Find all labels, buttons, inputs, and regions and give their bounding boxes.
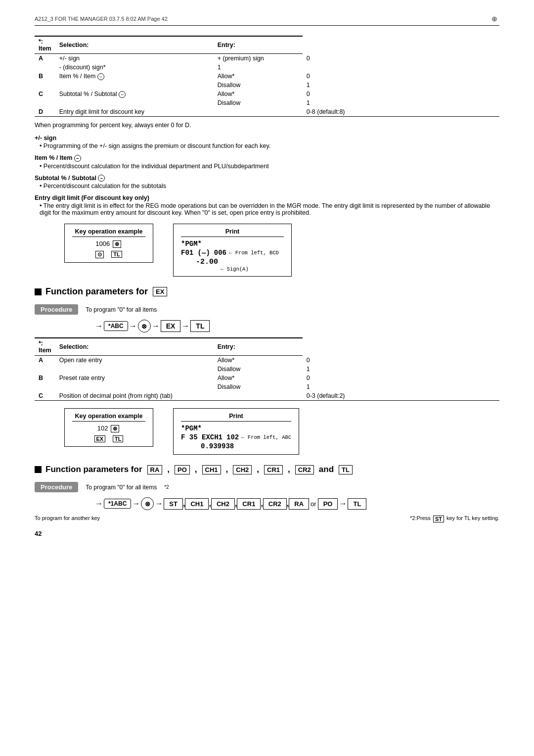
flow-arrow-1c: → bbox=[181, 322, 189, 331]
flow-tl-1: TL bbox=[190, 320, 210, 332]
flow-ra: RA bbox=[289, 498, 309, 510]
procedure-2: Procedure To program "0" for all items *… bbox=[35, 482, 499, 492]
crosshair-icon bbox=[491, 15, 499, 23]
key-op-line2-2: EX TL bbox=[72, 434, 145, 442]
key-op-line1: 1006 ⊗ bbox=[72, 240, 145, 248]
key-odot: ⊙ bbox=[95, 251, 104, 258]
neg-line-1: -2.00 bbox=[196, 258, 218, 266]
table-row: A Open rate entry Allow* 0 bbox=[35, 356, 499, 365]
flow-arrow-start-1: → bbox=[95, 322, 103, 331]
key-op-content-2: 102 ⊗ EX TL bbox=[72, 425, 145, 442]
key-otimes-1: ⊗ bbox=[113, 240, 121, 248]
flow-po: PO bbox=[318, 498, 338, 510]
flow-otimes-1: ⊗ bbox=[138, 320, 151, 332]
func-ex-heading: Function parameters for EX bbox=[35, 286, 499, 297]
flow-ex: EX bbox=[161, 320, 181, 332]
pgm-line-1: *PGM* bbox=[181, 240, 284, 248]
note-star2: *2:Press ST key for TL key setting. bbox=[410, 515, 499, 522]
item-c-entry1: 0 bbox=[303, 90, 499, 98]
header-text: A212_3 FOR THE MANAGER 03.7.5 8:02 AM Pa… bbox=[35, 16, 168, 22]
item-c: C bbox=[35, 90, 55, 107]
bottom-notes: To program for another key *2:Press ST k… bbox=[35, 515, 499, 522]
section-item-pct: Item % / Item − • Percent/discount calcu… bbox=[35, 154, 499, 170]
table1-header-selection: Selection: bbox=[55, 36, 214, 54]
item-a-sel1: + (premium) sign bbox=[214, 54, 303, 63]
key-op-content-1: 1006 ⊗ ⊙ TL bbox=[72, 240, 145, 258]
t2-item-b-sel2: Disallow bbox=[214, 382, 303, 391]
key-cr1: CR1 bbox=[264, 465, 283, 474]
item-pct-heading: Item % / Item − bbox=[35, 154, 499, 162]
item-d-label: Entry digit limit for discount key bbox=[55, 107, 214, 117]
key-otimes-2: ⊗ bbox=[111, 425, 119, 432]
key-op-box-1: Key operation example 1006 ⊗ ⊙ TL bbox=[64, 224, 153, 262]
comma-5: , bbox=[288, 465, 290, 474]
flow-diagram-2: → *1ABC → ⊗ → ST , CH1 , CH2 , CR1 , CR2… bbox=[94, 497, 499, 510]
flow-arrow-1b: → bbox=[152, 322, 160, 331]
flow-otimes-2: ⊗ bbox=[141, 497, 154, 510]
table-row: C Position of decimal point (from right)… bbox=[35, 391, 499, 401]
section-plus-minus: +/- sign • Programming of the +/- sign a… bbox=[35, 135, 499, 149]
flow-diagram-1: → *ABC → ⊗ → EX → TL bbox=[94, 320, 499, 332]
t2-item-b-label: Preset rate entry bbox=[55, 374, 214, 391]
t2-item-b-entry2: 1 bbox=[303, 382, 499, 391]
flow-ch1: CH1 bbox=[185, 498, 209, 510]
entry-digit-bullet: • The entry digit limit is in effect for… bbox=[40, 202, 499, 216]
star2-label: *2 bbox=[164, 484, 169, 490]
table-row: B Preset rate entry Allow* 0 bbox=[35, 374, 499, 382]
table2-header-entry: Entry: bbox=[214, 338, 303, 356]
black-square-icon-2 bbox=[35, 466, 42, 473]
plus-minus-bullet: • Programming of the +/- sign assigns th… bbox=[40, 142, 499, 149]
table2: *: Item Selection: Entry: A Open rate en… bbox=[35, 337, 499, 401]
section-subtotal-pct: Subtotal % / Subtotal − • Percent/discou… bbox=[35, 175, 499, 190]
and-label: and bbox=[319, 465, 334, 474]
subtotal-pct-bullet: • Percent/discount calculation for the s… bbox=[40, 183, 499, 189]
key-print-2: Key operation example 102 ⊗ EX TL Print … bbox=[64, 408, 499, 455]
flow-abc-2: *1ABC bbox=[104, 499, 131, 509]
item-a-entry1: 0 bbox=[303, 54, 499, 63]
ann-signa: ← Sign(A) bbox=[221, 266, 284, 272]
key-ch2: CH2 bbox=[233, 465, 252, 474]
key-op-title-1: Key operation example bbox=[72, 228, 145, 237]
dec-line: 0.939938 bbox=[201, 442, 291, 450]
t2-item-a: A bbox=[35, 356, 55, 374]
flow-ch2: CH2 bbox=[211, 498, 235, 510]
table1: *: Item Selection: Entry: A +/- sign + (… bbox=[35, 36, 499, 117]
item-b-sel2: Disallow bbox=[214, 81, 303, 90]
print-box-1: Print *PGM* F01 (—) 006 ← From left, BCD… bbox=[173, 224, 292, 277]
t2-item-a-sel1: Allow* bbox=[214, 356, 303, 365]
procedure-note-2: To program "0" for all items bbox=[86, 484, 157, 491]
flow-or: or bbox=[311, 500, 316, 508]
item-b-label: Item % / Item − bbox=[55, 72, 214, 90]
item-c-sel1: Allow* bbox=[214, 90, 303, 98]
flow-st: ST bbox=[164, 498, 183, 510]
item-c-sel2: Disallow bbox=[214, 98, 303, 107]
t2-item-c-label: Position of decimal point (from right) (… bbox=[55, 391, 214, 401]
print-content-2: *PGM* F 35 EXCH1 102 ← From left, ABC 0.… bbox=[181, 425, 291, 450]
key-st-note: ST bbox=[433, 516, 444, 522]
val-006: 006 bbox=[214, 249, 226, 257]
ann-abc: ← From left, ABC bbox=[241, 434, 291, 440]
item-a: A bbox=[35, 54, 55, 72]
item-c-label: Subtotal % / Subtotal − bbox=[55, 90, 214, 107]
procedure-note-1: To program "0" for all items bbox=[86, 306, 157, 313]
pgm-line-2: *PGM* bbox=[181, 425, 291, 432]
table2-header-item: *: Item bbox=[35, 338, 55, 356]
f-line-1: F01 (—) bbox=[181, 249, 210, 257]
key-tl-1: TL bbox=[111, 251, 122, 258]
procedure-badge-2: Procedure bbox=[35, 482, 78, 492]
comma-1: , bbox=[167, 465, 170, 474]
item-c-entry2: 1 bbox=[303, 98, 499, 107]
table-row: D Entry digit limit for discount key 0-8… bbox=[35, 107, 499, 117]
t2-item-a-label: Open rate entry bbox=[55, 356, 214, 374]
key-ex: EX bbox=[153, 287, 167, 296]
comma-4: , bbox=[257, 465, 259, 474]
page-number: 42 bbox=[35, 530, 499, 537]
item-b-entry2: 1 bbox=[303, 81, 499, 90]
note-another-key: To program for another key bbox=[35, 515, 100, 522]
val-102: 102 bbox=[226, 433, 239, 441]
table-row: C Subtotal % / Subtotal − Allow* 0 bbox=[35, 90, 499, 98]
table-row: A +/- sign + (premium) sign 0 bbox=[35, 54, 499, 63]
t2-item-a-entry1: 0 bbox=[303, 356, 499, 365]
ann-bcd: ← From left, BCD bbox=[229, 250, 279, 256]
func-ex-label: Function parameters for bbox=[45, 286, 148, 297]
